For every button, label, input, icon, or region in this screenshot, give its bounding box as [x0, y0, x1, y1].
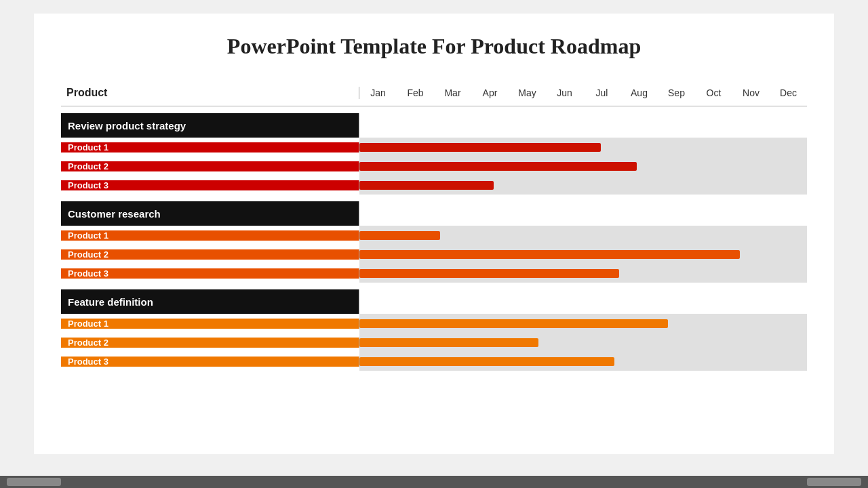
- section-header-row: Feature definition: [61, 289, 807, 314]
- product-label: Product 3: [61, 180, 359, 190]
- gantt-bar: [359, 357, 614, 366]
- product-label: Product 1: [61, 230, 359, 241]
- slide: PowerPoint Template For Product Roadmap …: [34, 14, 834, 454]
- month-label: Jan: [359, 87, 397, 98]
- month-label: May: [509, 87, 546, 98]
- month-label: Jun: [546, 87, 583, 98]
- gantt-row: [359, 352, 807, 371]
- gantt-row: [359, 245, 807, 264]
- product-label: Product 1: [61, 142, 359, 152]
- product-row: Product 3: [61, 176, 807, 195]
- section-label: Feature definition: [61, 289, 359, 314]
- product-label: Product 1: [61, 319, 359, 329]
- product-header: Product: [61, 87, 359, 99]
- gantt-container: ProductJanFebMarAprMayJunJulAugSepOctNov…: [61, 79, 807, 371]
- month-label: Oct: [695, 87, 732, 98]
- product-label: Product 2: [61, 338, 359, 348]
- product-label: Product 3: [61, 357, 359, 367]
- section-label: Customer research: [61, 201, 359, 226]
- month-label: Feb: [397, 87, 434, 98]
- gantt-row: [359, 314, 807, 333]
- gantt-bar: [359, 269, 619, 278]
- product-row: Product 2: [61, 333, 807, 352]
- gantt-bar: [359, 162, 637, 171]
- product-label: Product 2: [61, 249, 359, 260]
- product-row: Product 3: [61, 352, 807, 371]
- product-row: Product 2: [61, 157, 807, 176]
- product-row: Product 1: [61, 226, 807, 245]
- month-label: Nov: [732, 87, 770, 98]
- gantt-bar: [359, 181, 494, 190]
- section-label: Review product strategy: [61, 113, 359, 138]
- slide-title: PowerPoint Template For Product Roadmap: [61, 34, 807, 59]
- gantt-row: [359, 157, 807, 176]
- month-label: Mar: [434, 87, 471, 98]
- gantt-row: [359, 138, 807, 157]
- month-label: Aug: [620, 87, 658, 98]
- gantt-bar: [359, 250, 740, 259]
- month-headers: JanFebMarAprMayJunJulAugSepOctNovDec: [359, 87, 807, 98]
- product-row: Product 1: [61, 314, 807, 333]
- scrollbar[interactable]: [0, 476, 868, 488]
- gantt-row: [359, 264, 807, 283]
- month-label: Jul: [583, 87, 620, 98]
- product-row: Product 3: [61, 264, 807, 283]
- product-row: Product 1: [61, 138, 807, 157]
- product-label: Product 2: [61, 161, 359, 171]
- section-header-row: Review product strategy: [61, 113, 807, 138]
- gantt-bar: [359, 338, 538, 347]
- section-gantt-blank: [359, 201, 807, 226]
- gantt-bar: [359, 143, 601, 152]
- scroll-thumb-left[interactable]: [7, 478, 61, 486]
- section-header-row: Customer research: [61, 201, 807, 226]
- product-label: Product 3: [61, 268, 359, 279]
- gantt-bar: [359, 231, 440, 240]
- scroll-thumb-right[interactable]: [807, 478, 861, 486]
- section-gantt-blank: [359, 289, 807, 314]
- gantt-bar: [359, 319, 668, 328]
- month-label: Apr: [471, 87, 509, 98]
- gantt-row: [359, 176, 807, 195]
- gantt-row: [359, 226, 807, 245]
- product-row: Product 2: [61, 245, 807, 264]
- gantt-row: [359, 333, 807, 352]
- section-gantt-blank: [359, 113, 807, 138]
- month-label: Sep: [658, 87, 695, 98]
- month-label: Dec: [770, 87, 807, 98]
